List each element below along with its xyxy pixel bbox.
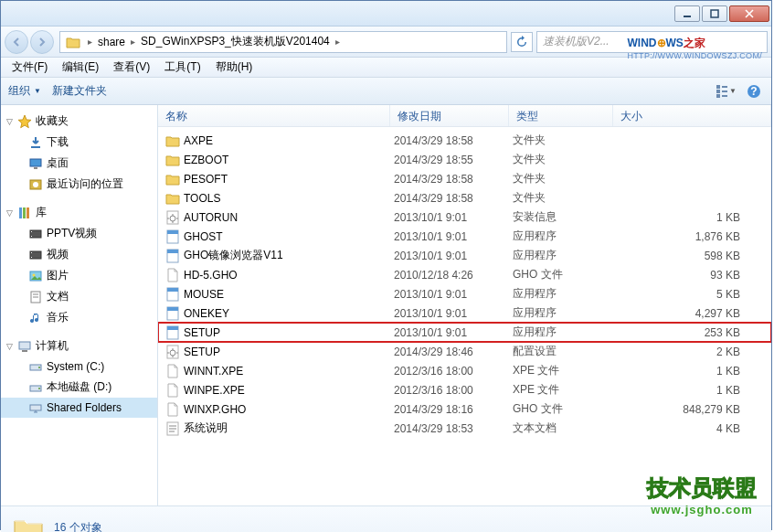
breadcrumb-root[interactable]: [62, 32, 86, 52]
search-box[interactable]: 速装机版V2...: [536, 31, 768, 53]
tree-header[interactable]: ▽计算机: [1, 335, 157, 356]
file-name: SETUP: [184, 346, 394, 358]
svg-point-16: [33, 182, 38, 187]
sidebar-item[interactable]: 图片: [1, 265, 157, 286]
file-row[interactable]: SETUP2013/10/1 9:01应用程序253 KB: [158, 323, 771, 342]
sidebar-item-label: Shared Folders: [47, 401, 122, 414]
svg-rect-22: [31, 236, 32, 237]
minimize-button[interactable]: [674, 5, 700, 22]
file-type: 文件夹: [513, 171, 617, 186]
menu-tools[interactable]: 工具(T): [157, 58, 207, 77]
desktop-icon: [28, 156, 43, 171]
file-row[interactable]: HD-5.GHO2010/12/18 4:26GHO 文件93 KB: [158, 265, 771, 284]
file-row[interactable]: GHOST2013/10/1 9:01应用程序1,876 KB: [158, 227, 771, 246]
sidebar-item[interactable]: 视频: [1, 244, 157, 265]
breadcrumb-item-1[interactable]: SD_GWinXPSP3_快速装机版V201404: [137, 32, 334, 52]
file-name: AXPE: [184, 134, 394, 147]
file-name: GHO镜像浏览器V11: [184, 248, 394, 263]
sidebar-item[interactable]: Shared Folders: [1, 398, 157, 418]
close-button[interactable]: [729, 5, 769, 22]
txt-icon: [165, 421, 180, 436]
file-row[interactable]: WINPE.XPE2012/3/16 18:00XPE 文件1 KB: [158, 380, 771, 399]
sidebar-item[interactable]: 音乐: [1, 307, 157, 328]
file-type: 文件夹: [513, 190, 617, 206]
column-name[interactable]: 名称: [158, 105, 390, 126]
star-icon: [17, 114, 32, 129]
file-row[interactable]: AXPE2014/3/29 18:58文件夹: [158, 131, 771, 150]
file-name: EZBOOT: [184, 154, 394, 166]
help-button[interactable]: ?: [744, 81, 764, 101]
file-row[interactable]: PESOFT2014/3/29 18:58文件夹: [158, 169, 771, 188]
file-date: 2013/10/1 9:01: [394, 288, 513, 301]
file-row[interactable]: ONEKEY2013/10/1 9:01应用程序4,297 KB: [158, 303, 771, 323]
menu-file[interactable]: 文件(F): [5, 58, 55, 77]
file-row[interactable]: EZBOOT2014/3/29 18:55文件夹: [158, 150, 771, 169]
svg-point-27: [33, 273, 36, 276]
document-icon: [28, 290, 43, 304]
file-name: MOUSE: [184, 288, 394, 301]
sidebar-item[interactable]: 本地磁盘 (D:): [1, 377, 157, 398]
app-icon: [165, 287, 180, 302]
menu-edit[interactable]: 编辑(E): [55, 58, 106, 77]
download-icon: [28, 135, 43, 150]
maximize-button[interactable]: [702, 5, 727, 22]
file-type: 文件夹: [513, 133, 617, 148]
file-date: 2012/3/16 18:00: [394, 365, 513, 378]
new-folder-button[interactable]: 新建文件夹: [52, 83, 107, 99]
menu-help[interactable]: 帮助(H): [208, 58, 260, 77]
file-name: ONEKEY: [184, 307, 394, 320]
folder-icon: [165, 153, 180, 167]
svg-rect-8: [716, 94, 720, 98]
file-row[interactable]: TOOLS2014/3/29 18:58文件夹: [158, 188, 771, 207]
sidebar-item[interactable]: 下载: [1, 132, 157, 153]
netdrive-icon: [28, 400, 43, 415]
file-type: 应用程序: [513, 325, 617, 340]
file-rows: AXPE2014/3/29 18:58文件夹EZBOOT2014/3/29 18…: [158, 127, 771, 505]
column-type[interactable]: 类型: [509, 105, 613, 126]
svg-rect-7: [722, 90, 727, 92]
sidebar-item-label: 文档: [47, 289, 69, 304]
drive-icon: [28, 380, 43, 395]
file-type: 应用程序: [513, 305, 617, 321]
column-size[interactable]: 大小: [613, 105, 771, 126]
file-row[interactable]: AUTORUN2013/10/1 9:01安装信息1 KB: [158, 207, 771, 227]
sidebar-item-label: 下载: [47, 134, 69, 150]
back-button[interactable]: [5, 30, 28, 54]
file-size: 1 KB: [617, 211, 768, 224]
file-row[interactable]: SETUP2014/3/29 18:46配置设置2 KB: [158, 342, 771, 361]
file-size: 4 KB: [617, 422, 768, 435]
file-row[interactable]: 系统说明2014/3/29 18:53文本文档4 KB: [158, 419, 771, 438]
forward-button[interactable]: [30, 30, 54, 54]
sidebar-item[interactable]: System (C:): [1, 356, 157, 377]
breadcrumb-item-0[interactable]: share: [94, 32, 129, 52]
tree-header[interactable]: ▽收藏夹: [1, 111, 157, 132]
sidebar-item[interactable]: 桌面: [1, 153, 157, 174]
tree-header[interactable]: ▽库: [1, 202, 157, 223]
file-row[interactable]: WINNT.XPE2012/3/16 18:00XPE 文件1 KB: [158, 361, 771, 380]
refresh-button[interactable]: [511, 32, 533, 52]
file-date: 2014/3/29 18:46: [394, 346, 513, 358]
sidebar-item-label: 本地磁盘 (D:): [47, 379, 111, 395]
file-row[interactable]: WINXP.GHO2014/3/29 18:16GHO 文件848,279 KB: [158, 399, 771, 419]
file-date: 2013/10/1 9:01: [394, 211, 513, 224]
column-date[interactable]: 修改日期: [390, 105, 509, 126]
chevron-down-icon: ▽: [6, 117, 17, 126]
breadcrumb[interactable]: ▸ share ▸ SD_GWinXPSP3_快速装机版V201404 ▸: [59, 31, 507, 53]
organize-button[interactable]: 组织▼: [8, 83, 41, 99]
help-icon: ?: [747, 84, 761, 99]
svg-rect-49: [167, 326, 178, 330]
view-mode-button[interactable]: ▼: [716, 81, 737, 101]
svg-rect-9: [722, 95, 727, 97]
sidebar-item[interactable]: 文档: [1, 286, 157, 307]
sidebar-item[interactable]: 最近访问的位置: [1, 174, 157, 195]
svg-rect-17: [19, 207, 22, 218]
menu-view[interactable]: 查看(V): [106, 58, 157, 77]
file-name: PESOFT: [184, 173, 394, 186]
file-row[interactable]: MOUSE2013/10/1 9:01应用程序5 KB: [158, 284, 771, 303]
file-type: GHO 文件: [513, 267, 617, 282]
sidebar-item[interactable]: PPTV视频: [1, 223, 157, 244]
file-row[interactable]: GHO镜像浏览器V112013/10/1 9:01应用程序598 KB: [158, 246, 771, 265]
file-date: 2013/10/1 9:01: [394, 307, 513, 320]
file-date: 2013/10/1 9:01: [394, 250, 513, 262]
svg-rect-12: [31, 146, 40, 148]
